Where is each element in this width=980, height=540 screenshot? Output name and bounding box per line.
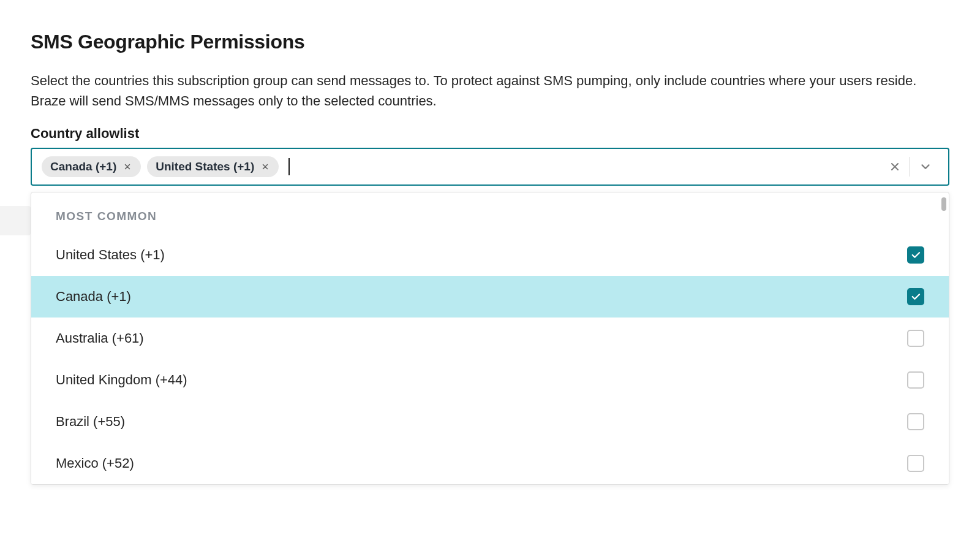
chevron-down-icon	[919, 160, 932, 173]
option-label: Australia (+61)	[56, 330, 144, 346]
page-description: Select the countries this subscription g…	[31, 70, 949, 111]
chip-label: United States (+1)	[156, 160, 254, 173]
chip-label: Canada (+1)	[50, 160, 116, 173]
text-input-cursor	[288, 158, 290, 175]
option-checkbox[interactable]	[907, 371, 924, 389]
remove-chip-button[interactable]	[260, 162, 270, 172]
option-mexico[interactable]: Mexico (+52)	[31, 443, 949, 484]
check-icon	[910, 249, 921, 260]
option-united-states[interactable]: United States (+1)	[31, 234, 949, 276]
option-checkbox[interactable]	[907, 288, 924, 305]
country-allowlist-multiselect[interactable]: Canada (+1) United States (+1)	[31, 148, 949, 186]
option-checkbox[interactable]	[907, 413, 924, 430]
left-panel-stub	[0, 206, 31, 235]
option-label: Mexico (+52)	[56, 455, 134, 471]
dropdown-toggle-button[interactable]	[910, 160, 938, 173]
clear-all-button[interactable]	[880, 161, 910, 173]
option-canada[interactable]: Canada (+1)	[31, 276, 949, 318]
option-label: United Kingdom (+44)	[56, 372, 187, 388]
option-checkbox[interactable]	[907, 246, 924, 264]
remove-chip-button[interactable]	[123, 162, 132, 172]
option-checkbox[interactable]	[907, 455, 924, 472]
option-label: United States (+1)	[56, 247, 165, 263]
check-icon	[910, 291, 921, 302]
country-allowlist-label: Country allowlist	[31, 126, 949, 142]
option-label: Canada (+1)	[56, 289, 131, 305]
chip-united-states: United States (+1)	[147, 156, 279, 177]
scrollbar-thumb[interactable]	[941, 197, 946, 211]
option-label: Brazil (+55)	[56, 414, 125, 430]
dropdown-group-header: MOST COMMON	[31, 192, 949, 234]
option-checkbox[interactable]	[907, 330, 924, 347]
selected-chips-area[interactable]: Canada (+1) United States (+1)	[42, 156, 880, 177]
chip-canada: Canada (+1)	[42, 156, 141, 177]
close-icon	[123, 162, 132, 171]
option-brazil[interactable]: Brazil (+55)	[31, 401, 949, 443]
country-dropdown-panel: MOST COMMON United States (+1) Canada (+…	[31, 192, 949, 485]
close-icon	[261, 162, 270, 171]
option-australia[interactable]: Australia (+61)	[31, 318, 949, 359]
page-title: SMS Geographic Permissions	[31, 31, 949, 53]
option-united-kingdom[interactable]: United Kingdom (+44)	[31, 359, 949, 401]
close-icon	[889, 161, 901, 173]
